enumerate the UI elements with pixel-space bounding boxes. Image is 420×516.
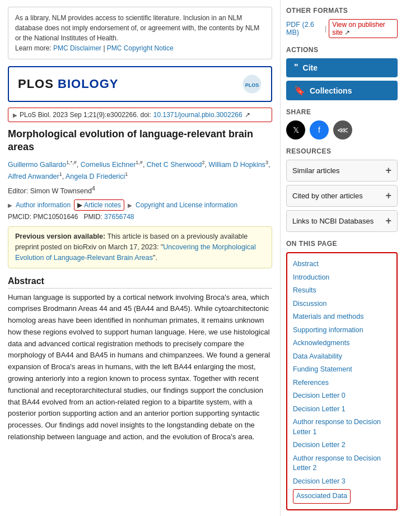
cited-by-item[interactable]: Cited by other articles +: [286, 185, 398, 207]
similar-articles-item[interactable]: Similar articles +: [286, 160, 398, 182]
toc-box: Abstract Introduction Results Discussion…: [286, 252, 398, 510]
generic-share-button[interactable]: ⋘: [333, 120, 352, 140]
journal-logo-box: PLOS BIOLOGY PLOS: [8, 66, 272, 102]
article-notes-box: ▶ Article notes: [74, 199, 124, 211]
main-content: As a library, NLM provides access to sci…: [0, 0, 280, 516]
editor-sup: 4: [92, 185, 95, 192]
author-eichner[interactable]: Cornelius Eichner: [81, 161, 136, 169]
author-eichner-sup: 1,#: [136, 160, 143, 165]
author-anwander[interactable]: Alfred Anwander: [8, 173, 59, 180]
plos-logo-icon: PLOS: [242, 74, 262, 94]
facebook-icon: f: [318, 125, 320, 134]
share-icons: 𝕏 f ⋘: [286, 120, 398, 140]
similar-articles-label: Similar articles: [292, 166, 340, 175]
author-hopkins[interactable]: William D Hopkins: [208, 161, 265, 169]
pmid-value[interactable]: 37656748: [104, 213, 134, 221]
share-title: SHARE: [286, 108, 398, 116]
share-icon: ⋘: [337, 125, 348, 134]
editor-info: Editor: Simon W Townsend4: [8, 185, 272, 195]
resources-section: RESOURCES Similar articles + Cited by ot…: [286, 147, 398, 232]
journal-name-biology: BIOLOGY: [58, 77, 118, 91]
cited-by-label: Cited by other articles: [292, 192, 363, 200]
toc-author-response-2[interactable]: Author response to Decision Letter 2: [293, 452, 391, 475]
authors-list: Guillermo Gallardo1,*,#, Cornelius Eichn…: [8, 159, 272, 182]
facebook-share-button[interactable]: f: [310, 120, 329, 140]
toc-decision-letter-1[interactable]: Decision Letter 1: [293, 403, 391, 416]
on-this-page-title: ON THIS PAGE: [286, 240, 398, 248]
author-friederici[interactable]: Angela D Friederici: [66, 173, 125, 180]
toc-associated-data[interactable]: Associated Data: [293, 489, 351, 504]
pmc-disclaimer-link[interactable]: PMC Disclaimer: [53, 44, 101, 52]
journal-title: PLOS BIOLOGY: [18, 77, 118, 91]
cited-by-expand-icon: +: [385, 190, 391, 202]
publisher-link-box: View on publisher site ↗: [329, 19, 398, 38]
author-sherwood[interactable]: Chet C Sherwood: [147, 161, 202, 169]
editor-label: Editor:: [8, 187, 28, 195]
doi-link[interactable]: 10.1371/journal.pbio.3002266: [153, 111, 242, 119]
ncbi-links-expand-icon: +: [385, 215, 391, 227]
ncbi-links-label: Links to NCBI Databases: [292, 217, 374, 225]
format-divider: |: [325, 25, 326, 32]
pdf-link[interactable]: PDF (2.6 MB): [286, 21, 323, 36]
share-section: SHARE 𝕏 f ⋘: [286, 108, 398, 140]
editor-name: Simon W Townsend: [30, 187, 92, 195]
toc-decision-letter-2[interactable]: Decision Letter 2: [293, 439, 391, 452]
similar-articles-expand-icon: +: [385, 165, 391, 176]
citation-bar: ▶ PLoS Biol. 2023 Sep 1;21(9):e3002266. …: [8, 108, 272, 122]
ncbi-links-item[interactable]: Links to NCBI Databases +: [286, 210, 398, 232]
toc-decision-letter-3[interactable]: Decision Letter 3: [293, 475, 391, 489]
actions-title: ACTIONS: [286, 46, 398, 54]
format-links: PDF (2.6 MB) | View on publisher site ↗: [286, 19, 398, 38]
pmcid-value: PMC10501646: [33, 213, 78, 221]
toc-data-availability[interactable]: Data Availability: [293, 350, 391, 364]
preprint-box: Previous version available: This article…: [8, 226, 272, 268]
toc-materials-methods[interactable]: Materials and methods: [293, 310, 391, 324]
preprint-suffix: .: [155, 254, 157, 262]
pmid-label: PMID:: [83, 213, 102, 221]
disclaimer-box: As a library, NLM provides access to sci…: [8, 7, 272, 59]
preprint-bold-label: Previous version available:: [15, 233, 105, 240]
toc-discussion[interactable]: Discussion: [293, 297, 391, 311]
collections-button[interactable]: 🔖 Collections: [286, 81, 398, 100]
toc-decision-letter-0[interactable]: Decision Letter 0: [293, 389, 391, 403]
learn-more-label: Learn more:: [15, 44, 52, 52]
toc-funding-statement[interactable]: Funding Statement: [293, 363, 391, 376]
pmcid-pmid: PMCID: PMC10501646 PMID: 37656748: [8, 213, 272, 221]
actions-section: ACTIONS " Cite 🔖 Collections: [286, 46, 398, 100]
toc-introduction[interactable]: Introduction: [293, 271, 391, 285]
external-link-icon: ↗: [245, 111, 250, 119]
author-friederici-sup: 1: [125, 171, 128, 177]
abstract-section: Abstract Human language is supported by …: [8, 276, 272, 443]
author-sherwood-sup: 2: [202, 160, 205, 165]
author-hopkins-sup: 3: [265, 160, 268, 165]
meta-links: ▶ Author information ▶ Article notes ▶ C…: [8, 199, 272, 211]
on-this-page-section: ON THIS PAGE Abstract Introduction Resul…: [286, 240, 398, 510]
toc-supporting-info[interactable]: Supporting information: [293, 324, 391, 337]
resources-title: RESOURCES: [286, 147, 398, 155]
sidebar: OTHER FORMATS PDF (2.6 MB) | View on pub…: [280, 0, 403, 516]
twitter-share-button[interactable]: 𝕏: [286, 120, 305, 140]
collections-icon: 🔖: [294, 85, 305, 96]
citation-text: PLoS Biol. 2023 Sep 1;21(9):e3002266. do…: [20, 111, 151, 119]
pmc-copyright-link[interactable]: PMC Copyright Notice: [107, 44, 174, 52]
author-gallardo-sup: 1,*,#: [66, 160, 77, 165]
author-info-link[interactable]: Author information: [16, 201, 71, 209]
author-gallardo[interactable]: Guillermo Gallardo: [8, 161, 66, 169]
toc-references[interactable]: References: [293, 376, 391, 390]
article-notes-link[interactable]: Article notes: [84, 201, 121, 209]
toc-results[interactable]: Results: [293, 284, 391, 297]
collections-label: Collections: [310, 86, 352, 95]
article-title: Morphological evolution of language-rele…: [8, 128, 272, 154]
abstract-text: Human language is supported by a cortica…: [8, 292, 272, 443]
copyright-link[interactable]: Copyright and License information: [136, 201, 237, 209]
toc-author-response-1[interactable]: Author response to Decision Letter 1: [293, 416, 391, 439]
author-anwander-sup: 1: [59, 171, 62, 177]
toc-acknowledgments[interactable]: Acknowledgments: [293, 337, 391, 350]
cite-button[interactable]: " Cite: [286, 58, 398, 77]
publisher-site-link[interactable]: View on publisher site: [332, 21, 385, 36]
cite-icon: ": [294, 63, 298, 73]
other-formats-section: OTHER FORMATS PDF (2.6 MB) | View on pub…: [286, 7, 398, 38]
toc-abstract[interactable]: Abstract: [293, 258, 391, 271]
disclaimer-text: As a library, NLM provides access to sci…: [15, 14, 259, 42]
publisher-external-icon: ↗: [344, 29, 350, 36]
